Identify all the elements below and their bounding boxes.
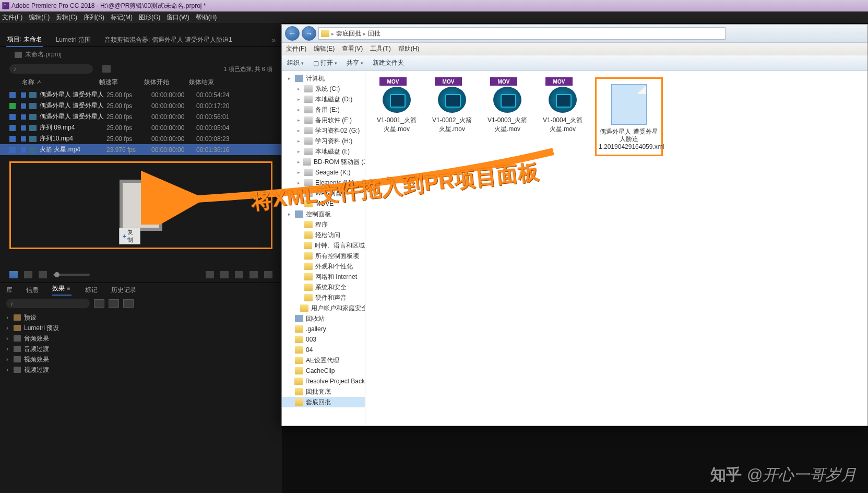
col-end[interactable]: 媒体结束 [189, 78, 234, 87]
tree-node[interactable]: ▸ 本地磁盘 (D:) [282, 94, 365, 104]
tree-node[interactable]: ▸ BD-ROM 驱动器 (J:) [282, 157, 365, 167]
menu-item[interactable]: 剪辑(C) [56, 13, 77, 22]
tab-lumetri[interactable]: Lumetri 范围 [55, 33, 92, 46]
file-item[interactable]: MOV V1-0003_火箭 火星.mov [484, 77, 530, 134]
zoom-slider[interactable] [53, 274, 90, 276]
effects-search-input[interactable]: ♪ [6, 299, 90, 308]
organize-button[interactable]: 组织 ▾ [287, 58, 304, 67]
fx-badge-icon[interactable] [109, 299, 119, 308]
tree-node[interactable]: ▸ 计算机 [282, 73, 365, 84]
tree-node[interactable]: ▸ 系统 (C:) [282, 84, 365, 94]
project-row[interactable]: 火箭 火星.mp4 23.976 fps 00:00:00:00 00:01:3… [0, 144, 282, 155]
tree-label: CacheClip [306, 367, 335, 374]
tree-node[interactable]: ▸ Seagate (K:) [282, 167, 365, 178]
project-row[interactable]: 偶遇外星人 遭受外星人 25.00 fps 00:00:00:00 00:00:… [0, 100, 282, 111]
tab-effects[interactable]: 效果 ≡ [52, 284, 72, 296]
tree-node[interactable]: ▸ 本地磁盘 (I:) [282, 146, 365, 157]
tab-info[interactable]: 信息 [26, 286, 39, 295]
tree-node[interactable]: ▸ 备用 (E:) [282, 104, 365, 115]
address-bar[interactable]: ▸ 套底回批 ▸ 回批 [318, 27, 726, 40]
col-fps[interactable]: 帧速率 [99, 78, 144, 87]
tree-node[interactable]: 轻松访问 [282, 230, 365, 240]
list-view-icon[interactable] [9, 271, 18, 278]
trash-icon[interactable] [264, 271, 272, 278]
tree-node[interactable]: 回批套底 [282, 386, 365, 397]
project-row[interactable]: 偶遇外星人 遭受外星人 25.00 fps 00:00:00:00 00:00:… [0, 111, 282, 122]
tabs-overflow[interactable]: » [272, 37, 276, 44]
col-start[interactable]: 媒体开始 [144, 78, 189, 87]
tree-node[interactable]: ▸ 学习资料 (H:) [282, 136, 365, 146]
tree-node[interactable]: 程序 [282, 219, 365, 230]
open-button[interactable]: ▢ 打开 ▾ [313, 58, 337, 67]
tree-node[interactable]: .gallery [282, 324, 365, 334]
find-icon[interactable] [220, 271, 229, 278]
tree-label: 计算机 [306, 74, 325, 83]
tab-mixer[interactable]: 音频剪辑混合器: 偶遇外星人 遭受外星人胁迫1 [103, 33, 233, 46]
new-item-icon[interactable] [249, 271, 258, 278]
tree-node[interactable]: 用户帐户和家庭安全 [282, 303, 365, 313]
menu-item[interactable]: 窗口(W) [167, 13, 189, 22]
file-item[interactable]: MOV V1-0004_火箭 火星.mov [540, 77, 586, 134]
freeform-view-icon[interactable] [39, 271, 47, 278]
fx-node[interactable]: › 视频过渡 [6, 365, 276, 375]
fx-badge-icon[interactable] [123, 299, 134, 308]
automate-icon[interactable] [206, 271, 214, 278]
new-folder-button[interactable]: 新建文件夹 [373, 58, 404, 67]
breadcrumb[interactable]: 套底回批 [336, 29, 361, 38]
new-bin-icon[interactable] [235, 271, 243, 278]
tree-node[interactable]: 003 [282, 334, 365, 345]
tree-node[interactable]: 所有控制面板项 [282, 251, 365, 261]
fx-badge-icon[interactable] [94, 299, 104, 308]
tree-node[interactable]: 时钟、语言和区域 [282, 240, 365, 251]
fx-node[interactable]: › 音频过渡 [6, 344, 276, 354]
drop-zone-highlight[interactable]: +复制 [9, 161, 272, 249]
menu-item[interactable]: 文件(F) [2, 13, 22, 22]
fx-node[interactable]: › 视频效果 [6, 354, 276, 365]
tree-node[interactable]: 外观和个性化 [282, 261, 365, 272]
menu-item[interactable]: 序列(S) [84, 13, 104, 22]
nav-forward-button[interactable]: → [302, 26, 316, 41]
tree-node[interactable]: 系统和安全 [282, 282, 365, 292]
tree-node[interactable]: ▸ 学习资料02 (G:) [282, 125, 365, 136]
tree-node[interactable]: ▸ 备用软件 (F:) [282, 115, 365, 125]
fx-node[interactable]: › 预设 [6, 312, 276, 323]
tree-node[interactable]: 套底回批 [282, 397, 365, 407]
project-row[interactable]: 序列 09.mp4 25.00 fps 00:00:00:00 00:00:05… [0, 122, 282, 133]
tree-node[interactable]: 04 [282, 345, 365, 355]
project-row[interactable]: 偶遇外星人 遭受外星人 25.00 fps 00:00:00:00 00:00:… [0, 89, 282, 100]
tree-node[interactable]: 网络和 Internet [282, 272, 365, 282]
fx-node[interactable]: › Lumetri 预设 [6, 323, 276, 333]
menu-item[interactable]: 编辑(E) [314, 44, 335, 53]
col-name[interactable]: 名称 ㅅ [9, 78, 99, 87]
menu-item[interactable]: 图形(G) [139, 13, 160, 22]
file-item[interactable]: MOV V1-0002_火箭 火星.mov [429, 77, 475, 134]
tree-label: 回批套底 [306, 388, 331, 396]
breadcrumb[interactable]: 回批 [368, 29, 381, 38]
tree-node[interactable]: 回收站 [282, 313, 365, 324]
xml-file-highlighted[interactable]: 偶遇外星人 遭受外星人胁迫1.20190429164059.xml [595, 77, 663, 156]
menu-item[interactable]: 编辑(E) [29, 13, 50, 22]
nav-back-button[interactable]: ← [285, 26, 300, 41]
menu-item[interactable]: 工具(T) [370, 44, 390, 53]
tree-node[interactable]: 硬件和声音 [282, 292, 365, 303]
icon-view-icon[interactable] [24, 271, 32, 278]
menu-item[interactable]: 帮助(H) [398, 44, 420, 53]
drive-icon [304, 169, 313, 176]
tab-history[interactable]: 历史记录 [111, 286, 136, 295]
menu-item[interactable]: 查看(V) [342, 44, 363, 53]
tree-node[interactable]: CacheClip [282, 366, 365, 376]
project-row[interactable]: 序列10.mp4 25.00 fps 00:00:00:00 00:00:08:… [0, 133, 282, 144]
menu-item[interactable]: 文件(F) [286, 44, 306, 53]
file-item[interactable]: MOV V1-0001_火箭 火星.mov [374, 77, 420, 134]
project-search-input[interactable]: ♪ [9, 64, 93, 74]
tab-library[interactable]: 库 [6, 286, 13, 295]
bin-button-icon[interactable] [102, 65, 111, 73]
tree-node[interactable]: AE设置代理 [282, 355, 365, 366]
share-button[interactable]: 共享 ▾ [347, 58, 363, 67]
tab-project[interactable]: 项目: 未命名 [6, 33, 43, 47]
fx-node[interactable]: › 音频效果 [6, 333, 276, 344]
menu-item[interactable]: 帮助(H) [196, 13, 217, 22]
tree-node[interactable]: Resolve Project Back [282, 376, 365, 386]
tab-markers[interactable]: 标记 [85, 286, 98, 295]
menu-item[interactable]: 标记(M) [111, 13, 133, 22]
